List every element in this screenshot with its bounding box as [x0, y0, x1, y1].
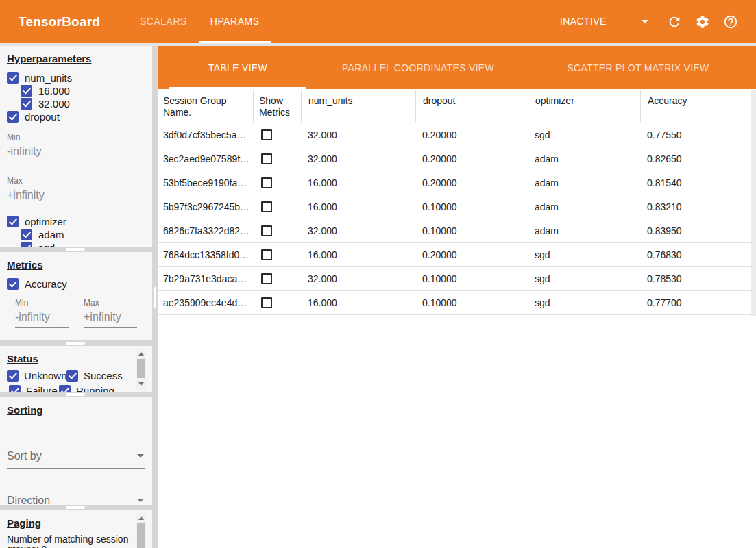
accuracy-max-label: Max [84, 298, 137, 308]
optimizer-sgd-checkbox[interactable] [21, 242, 32, 247]
dropout-value: 0.10000 [415, 201, 528, 212]
num-units-32-checkbox[interactable] [21, 98, 32, 110]
table-row: 5b97f3c2967245b… 16.000 0.10000 adam 0.8… [158, 195, 751, 219]
optimizer-adam-label: adam [38, 229, 64, 240]
status-unknown-label: Unknown [24, 370, 67, 382]
app-title: TensorBoard [19, 14, 100, 29]
status-scrollbar[interactable] [136, 349, 146, 389]
optimizer-adam-checkbox[interactable] [21, 229, 32, 240]
dropout-value: 0.20000 [415, 153, 528, 164]
direction-dropdown[interactable]: Direction [7, 492, 145, 505]
num-units-value: 32.000 [301, 225, 415, 236]
status-unknown-checkbox[interactable] [7, 370, 19, 382]
optimizer-value: sgd [528, 249, 640, 260]
show-metrics-checkbox[interactable] [261, 153, 272, 164]
optimizer-sgd-label: sgd [38, 242, 55, 247]
session-group-name: 3df0d7cf35bec5a… [158, 129, 253, 140]
col-header-dropout: dropout [415, 90, 528, 123]
sidebar-resize-handle[interactable] [154, 287, 156, 308]
accuracy-value: 0.83950 [640, 225, 751, 236]
dropout-min-label: Min [7, 132, 152, 142]
status-row: Failure Running [9, 384, 152, 392]
panel-resize-handle[interactable] [66, 342, 85, 345]
tab-scalars[interactable]: SCALARS [128, 0, 199, 43]
dropout-value: 0.20000 [415, 129, 528, 140]
tab-hparams[interactable]: HPARAMS [199, 0, 271, 43]
status-success-checkbox[interactable] [66, 370, 78, 382]
scroll-up-icon[interactable] [138, 516, 144, 520]
status-failure-checkbox[interactable] [9, 385, 21, 393]
chevron-down-icon [642, 20, 648, 23]
optimizer-value: sgd [528, 273, 640, 284]
show-metrics-checkbox[interactable] [261, 201, 272, 212]
num-units-checkbox[interactable] [7, 72, 19, 84]
dropout-checkbox[interactable] [7, 111, 19, 123]
status-row: Unknown Success [7, 369, 152, 382]
show-metrics-checkbox[interactable] [261, 273, 272, 284]
help-icon[interactable] [723, 14, 738, 29]
num-units-value: 32.000 [301, 273, 415, 284]
hparams-sidebar: Hyperparameters num_units 16.000 32.000 … [0, 46, 152, 548]
show-metrics-checkbox[interactable] [261, 249, 272, 260]
session-group-name: 7684dcc13358fd0… [158, 249, 253, 260]
optimizer-value: adam [528, 225, 640, 236]
scrollbar-thumb[interactable] [137, 523, 145, 548]
panel-resize-handle[interactable] [66, 393, 85, 396]
hyperparameters-panel: Hyperparameters num_units 16.000 32.000 … [0, 46, 152, 247]
num-units-32-label: 32.000 [38, 98, 70, 110]
tab-table-view[interactable]: TABLE VIEW [169, 46, 306, 89]
refresh-icon[interactable] [667, 14, 682, 29]
dropout-max-input[interactable] [7, 187, 144, 206]
accuracy-max-input[interactable] [84, 309, 137, 328]
accuracy-checkbox[interactable] [7, 278, 19, 290]
status-running-checkbox[interactable] [59, 385, 71, 393]
metrics-heading: Metrics [7, 259, 152, 271]
run-status-value: INACTIVE [560, 16, 607, 27]
table-row: 53bf5bece9190fa… 16.000 0.20000 adam 0.8… [158, 171, 751, 195]
tab-scatter-plot-matrix-view[interactable]: SCATTER PLOT MATRIX VIEW [557, 46, 720, 89]
show-metrics-checkbox[interactable] [261, 129, 272, 140]
panel-resize-handle[interactable] [66, 248, 85, 251]
optimizer-value-row: adam [21, 228, 152, 240]
show-metrics-checkbox[interactable] [261, 225, 272, 236]
table-row: 7b29a731e3daca… 32.000 0.10000 sgd 0.785… [158, 267, 751, 291]
scroll-down-icon[interactable] [138, 382, 144, 386]
dropout-min-input[interactable] [7, 143, 144, 162]
panel-resize-handle[interactable] [66, 506, 85, 509]
num-units-value: 32.000 [301, 153, 415, 164]
sort-by-value: Sort by [7, 450, 42, 462]
sidebar-resize-divider[interactable] [152, 46, 158, 548]
accuracy-min-input[interactable] [15, 309, 69, 328]
session-group-name: 7b29a731e3daca… [158, 273, 253, 284]
col-header-show-metrics: Show Metrics [253, 90, 301, 123]
accuracy-minmax: Min Max [15, 290, 152, 328]
col-header-accuracy: Accuracy [640, 90, 751, 123]
table-row: 3df0d7cf35bec5a… 32.000 0.20000 sgd 0.77… [158, 123, 751, 147]
status-heading: Status [7, 353, 152, 364]
tensorboard-app: TensorBoard SCALARS HPARAMS INACTIVE H [0, 0, 756, 548]
scroll-up-icon[interactable] [138, 352, 144, 356]
status-failure-label: Failure [26, 385, 58, 393]
run-status-dropdown[interactable]: INACTIVE [560, 12, 654, 32]
table-row: ae235909ec4e4d… 16.000 0.10000 sgd 0.777… [158, 291, 751, 315]
num-units-16-checkbox[interactable] [21, 85, 32, 97]
accuracy-label: Accuracy [25, 278, 67, 290]
num-units-label: num_units [25, 72, 72, 84]
scrollbar-thumb[interactable] [137, 359, 145, 378]
show-metrics-checkbox[interactable] [261, 297, 272, 308]
optimizer-checkbox[interactable] [7, 216, 19, 227]
dropout-value: 0.20000 [415, 249, 528, 260]
col-header-optimizer: optimizer [528, 90, 640, 123]
num-units-value: 32.000 [301, 129, 415, 140]
optimizer-value: sgd [528, 129, 640, 140]
tab-parallel-coordinates-view[interactable]: PARALLEL COORDINATES VIEW [334, 46, 502, 89]
sort-by-dropdown[interactable]: Sort by [7, 447, 145, 469]
table-scrollbar-track[interactable] [751, 90, 756, 316]
num-units-value: 16.000 [301, 177, 415, 188]
top-bar: TensorBoard SCALARS HPARAMS INACTIVE [0, 0, 756, 43]
table-row: 7684dcc13358fd0… 16.000 0.20000 sgd 0.76… [158, 243, 751, 267]
show-metrics-checkbox[interactable] [261, 177, 272, 188]
paging-scrollbar[interactable] [136, 513, 146, 548]
settings-gear-icon[interactable] [695, 14, 710, 29]
hparam-dropout-row: dropout [7, 110, 152, 123]
